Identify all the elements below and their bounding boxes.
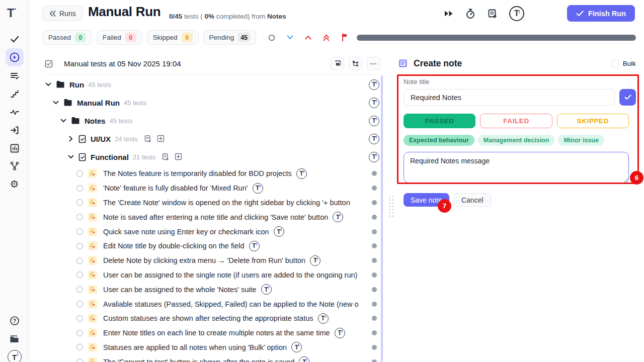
test-title[interactable]: User can be assigned to the whole 'Notes…	[103, 286, 257, 294]
test-row[interactable]: User can be assigned to the whole 'Notes…	[44, 282, 380, 297]
status-button[interactable]: SKIPPED	[557, 114, 629, 128]
add-note-to-suite-button[interactable]	[144, 135, 152, 143]
test-row[interactable]: User can be assigned to the single note …	[44, 268, 380, 283]
add-note-to-suite-button[interactable]	[162, 153, 170, 161]
suite-row[interactable]: UI/UX 24 tests T	[44, 130, 380, 148]
sidebar-item-import[interactable]	[6, 121, 24, 139]
testomat-logo-icon[interactable]: T	[369, 79, 379, 90]
suite-label[interactable]: Notes	[85, 117, 106, 125]
test-status-radio[interactable]	[76, 257, 83, 264]
test-status-radio[interactable]	[76, 330, 83, 336]
add-test-button[interactable]	[157, 135, 165, 143]
chevron-down-icon[interactable]	[59, 119, 67, 123]
scroll-top-button[interactable]	[323, 34, 330, 41]
test-title[interactable]: Avaliable statuses (Passed, Skipped, Fai…	[103, 300, 359, 308]
test-row[interactable]: Custom statuses are shown after selectin…	[44, 311, 380, 326]
test-title[interactable]: Statuses are applied to all notes when u…	[103, 343, 287, 351]
suite-label[interactable]: Manual Run	[77, 99, 120, 107]
panel-resize-handle[interactable]	[388, 195, 395, 218]
test-title[interactable]: The 'Convert to test' button is shown af…	[103, 358, 294, 362]
test-status-radio[interactable]	[76, 199, 83, 206]
timer-button[interactable]	[465, 8, 476, 20]
test-title[interactable]: Custom statuses are shown after selectin…	[103, 314, 313, 322]
test-status-radio[interactable]	[76, 228, 83, 235]
test-title[interactable]: The Notes feature is temporarily disable…	[103, 169, 292, 177]
runs-check-icon[interactable]	[6, 30, 24, 48]
add-test-button[interactable]	[175, 153, 182, 161]
test-status-radio[interactable]	[76, 315, 83, 322]
select-all-button[interactable]	[44, 59, 53, 68]
test-row[interactable]: The 'Create Note' window is opened on th…	[44, 196, 380, 210]
test-status-radio[interactable]	[76, 344, 83, 350]
suite-label[interactable]: Run	[69, 80, 84, 89]
sidebar-item-run-active[interactable]	[6, 48, 24, 66]
filter-chip[interactable]: Skipped 0	[147, 30, 199, 45]
test-row[interactable]: Avaliable statuses (Passed, Skipped, Fai…	[44, 297, 380, 311]
testomat-logo-icon[interactable]: T	[369, 152, 379, 162]
chevron-down-icon[interactable]	[67, 155, 75, 159]
finish-run-button[interactable]: Finish Run	[567, 5, 635, 22]
test-title[interactable]: User can be assigned to the single note …	[103, 271, 357, 279]
test-row[interactable]: Statuses are applied to all notes when u…	[44, 340, 380, 355]
projects-button[interactable]	[6, 330, 24, 348]
test-status-radio[interactable]	[76, 272, 83, 278]
testomat-logo-icon[interactable]: T	[369, 134, 379, 144]
sidebar-item-activity[interactable]	[6, 103, 24, 121]
suite-row[interactable]: Manual Run 45 tests T	[44, 94, 380, 112]
note-tag[interactable]: Expected behaviour	[404, 135, 474, 146]
testomat-logo-icon[interactable]: T	[335, 328, 345, 338]
test-row[interactable]: Edit Note title by double-clicking on th…	[44, 239, 380, 253]
testomat-logo-icon[interactable]: T	[261, 284, 272, 295]
collapse-all-button[interactable]	[287, 35, 293, 40]
copy-button[interactable]	[331, 57, 344, 70]
bulk-toggle[interactable]: Bulk	[611, 60, 636, 67]
testomat-logo-icon[interactable]: T	[369, 116, 379, 126]
filter-chip[interactable]: Passed 0	[42, 30, 92, 45]
suite-row[interactable]: Notes 45 tests T	[44, 112, 380, 130]
filter-chip[interactable]: Pending 45	[203, 30, 256, 45]
scroll-up-button[interactable]	[305, 35, 311, 40]
testomat-logo-icon[interactable]: T	[296, 168, 307, 179]
suite-row[interactable]: Functional 21 tests T	[44, 148, 380, 166]
sidebar-item-steps[interactable]	[6, 85, 24, 103]
vertical-scrollbar[interactable]	[381, 75, 383, 362]
test-status-radio[interactable]	[76, 170, 83, 177]
workspace-logo[interactable]: T	[6, 348, 24, 362]
status-circle-filter-button[interactable]	[268, 34, 275, 41]
tree-view-button[interactable]	[349, 57, 362, 70]
test-status-radio[interactable]	[76, 358, 83, 362]
cancel-button[interactable]: Cancel	[454, 193, 491, 207]
testomat-logo-icon[interactable]: T	[274, 226, 284, 237]
more-options-button[interactable]: ···	[367, 57, 380, 70]
add-note-button[interactable]	[487, 8, 498, 19]
test-status-radio[interactable]	[76, 243, 83, 249]
note-message-input[interactable]: Required Notes message	[404, 152, 629, 183]
status-button[interactable]: PASSED	[404, 114, 475, 128]
test-status-radio[interactable]	[76, 286, 83, 293]
testomat-logo-icon[interactable]: T	[253, 183, 263, 194]
note-tag[interactable]: Minor issue	[558, 135, 604, 146]
back-to-runs-button[interactable]: Runs	[42, 6, 83, 21]
quick-save-button[interactable]	[619, 89, 636, 106]
testomat-logo-icon[interactable]: T	[369, 98, 379, 108]
suite-label[interactable]: Functional	[91, 153, 129, 161]
test-title[interactable]: Note is saved after entering a note titl…	[103, 213, 328, 221]
suite-label[interactable]: UI/UX	[91, 135, 111, 143]
fast-forward-button[interactable]	[444, 10, 454, 18]
test-row[interactable]: Enter Note titles on each line to create…	[44, 326, 380, 340]
flag-button[interactable]	[341, 33, 348, 42]
note-title-input[interactable]	[404, 89, 615, 106]
test-status-radio[interactable]	[76, 301, 83, 307]
sidebar-item-testcases[interactable]	[6, 67, 24, 85]
test-row[interactable]: The 'Convert to test' button is shown af…	[44, 354, 380, 362]
testomat-logo-icon[interactable]: T	[299, 356, 309, 362]
chevron-down-icon[interactable]	[67, 137, 75, 141]
testomat-logo-icon[interactable]: T	[318, 313, 329, 324]
test-title[interactable]: The 'Create Note' window is opened on th…	[103, 199, 350, 207]
sidebar-item-settings[interactable]: ⚙	[6, 175, 24, 193]
chevron-down-icon[interactable]	[52, 101, 60, 105]
test-row[interactable]: Note is saved after entering a note titl…	[44, 210, 380, 224]
testomat-logo-icon[interactable]: T	[333, 212, 343, 222]
test-status-radio[interactable]	[76, 185, 83, 192]
testomat-logo-icon[interactable]: T	[291, 342, 302, 352]
